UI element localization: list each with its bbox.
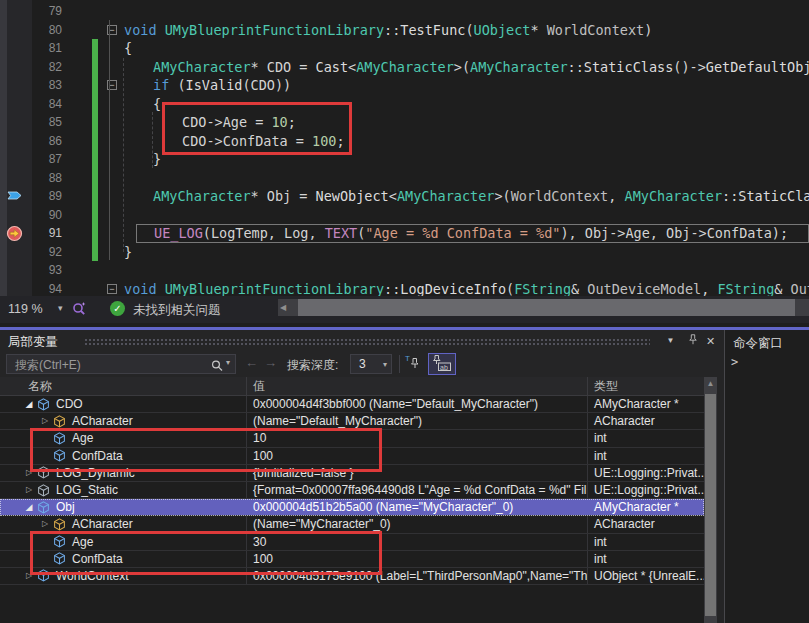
variable-value[interactable]: 100 [247, 448, 588, 464]
code-line-88[interactable]: 88 [0, 169, 809, 188]
table-row-confdata[interactable]: ConfData100int [0, 551, 704, 568]
collapse-region-icon[interactable]: − [107, 25, 117, 35]
code-text[interactable]: } [122, 150, 809, 169]
svg-text:ab: ab [440, 364, 448, 371]
check-circle-icon: ✓ [110, 301, 125, 316]
code-text[interactable]: { [122, 95, 809, 114]
code-text[interactable] [122, 169, 809, 188]
code-line-89[interactable]: 89AMyCharacter* Obj = NewObject<AMyChara… [0, 187, 809, 206]
health-indicator-icon[interactable] [72, 301, 87, 321]
expander-icon[interactable]: ▷ [22, 482, 36, 498]
scroll-up-icon[interactable]: ▲ [704, 379, 717, 388]
variable-value[interactable]: 100 [247, 551, 588, 567]
pin-value-with-name-button[interactable]: ab [428, 353, 456, 375]
command-window[interactable]: 命令窗口 > [725, 330, 809, 623]
code-line-90[interactable]: 90 [0, 206, 809, 225]
code-text[interactable] [122, 2, 809, 21]
code-editor[interactable]: 7980−void UMyBlueprintFunctionLibrary::T… [0, 0, 809, 296]
code-text[interactable]: { [122, 39, 809, 58]
vertical-scrollbar[interactable]: ▲ [704, 377, 717, 623]
horizontal-scrollbar-thumb[interactable] [298, 299, 795, 316]
code-line-79[interactable]: 79 [0, 2, 809, 21]
horizontal-scrollbar[interactable]: ◀ [278, 299, 809, 316]
expander-icon[interactable]: ◢ [22, 499, 36, 515]
code-text[interactable]: CDO->Age = 10; [122, 113, 809, 132]
code-text[interactable]: } [122, 243, 809, 262]
code-text[interactable]: AMyCharacter* Obj = NewObject<AMyCharact… [122, 187, 809, 206]
code-text[interactable]: AMyCharacter* CDO = Cast<AMyCharacter>(A… [122, 58, 809, 77]
variable-value[interactable]: 0x000004d5175e9100 (Label=L"ThirdPersonM… [247, 568, 588, 584]
code-line-92[interactable]: 92} [0, 243, 809, 262]
code-line-91[interactable]: 91UE_LOG(LogTemp, Log, TEXT("Age = %d Co… [0, 224, 809, 243]
code-text[interactable]: void UMyBlueprintFunctionLibrary::LogDev… [122, 280, 809, 297]
code-line-86[interactable]: 86CDO->ConfData = 100; [0, 132, 809, 151]
search-back-icon[interactable]: ← [245, 355, 258, 370]
search-options-chevron-icon[interactable]: ▾ [226, 358, 230, 367]
pin-icon[interactable] [684, 333, 701, 349]
code-text[interactable]: UE_LOG(LogTemp, Log, TEXT("Age = %d Conf… [136, 224, 809, 243]
table-row-cdo[interactable]: ◢CDO0x000004d4f3bbf000 (Name="Default_My… [0, 396, 704, 413]
table-row-acharacter[interactable]: ▷ACharacter(Name="MyCharacter"_0)ACharac… [0, 516, 704, 533]
search-forward-icon[interactable]: → [264, 355, 277, 370]
collapse-region-icon[interactable]: − [107, 284, 117, 294]
expander-icon[interactable]: ▷ [38, 413, 52, 429]
search-icon[interactable] [211, 358, 223, 376]
collapse-region-icon[interactable]: − [107, 80, 117, 90]
code-line-80[interactable]: 80−void UMyBlueprintFunctionLibrary::Tes… [0, 21, 809, 40]
table-row-log_dynamic[interactable]: ▷LOG_Dynamic{bInitialized=false }UE::Log… [0, 465, 704, 482]
expander-icon[interactable]: ▷ [38, 516, 52, 532]
expander-icon[interactable]: ▷ [22, 465, 36, 481]
zoom-level-select[interactable]: 119 % [8, 302, 43, 316]
table-row-age[interactable]: Age30int [0, 534, 704, 551]
command-prompt[interactable]: > [731, 355, 738, 369]
code-text[interactable]: void UMyBlueprintFunctionLibrary::TestFu… [122, 21, 809, 40]
table-row-log_static[interactable]: ▷LOG_Static{Format=0x00007ffa964490d8 L"… [0, 482, 704, 499]
search-input[interactable] [13, 356, 207, 374]
column-header-type[interactable]: 类型 [588, 377, 704, 395]
variable-value[interactable]: 0x000004d51b2b5a00 (Name="MyCharacter"_0… [247, 499, 588, 515]
expander-icon[interactable]: ▷ [22, 568, 36, 584]
drag-handle[interactable] [84, 338, 650, 345]
expander-icon[interactable]: ◢ [22, 396, 36, 412]
variable-value[interactable]: 0x000004d4f3bbf000 (Name="Default_MyChar… [247, 396, 588, 412]
table-row-obj[interactable]: ◢Obj0x000004d51b2b5a00 (Name="MyCharacte… [0, 499, 704, 516]
code-line-85[interactable]: 85CDO->Age = 10; [0, 113, 809, 132]
column-header-name[interactable]: 名称 [0, 377, 247, 395]
locals-table-header[interactable]: 名称 值 类型 [0, 377, 704, 396]
code-line-82[interactable]: 82AMyCharacter* CDO = Cast<AMyCharacter>… [0, 58, 809, 77]
line-number: 90 [32, 208, 66, 222]
bookmark-icon[interactable] [0, 187, 32, 206]
code-text[interactable] [122, 206, 809, 225]
code-line-84[interactable]: 84{ [0, 95, 809, 114]
search-depth-select[interactable]: 3 ▾ [350, 354, 392, 374]
code-line-87[interactable]: 87} [0, 150, 809, 169]
code-line-81[interactable]: 81{ [0, 39, 809, 58]
chevron-down-icon[interactable]: ▾ [58, 303, 63, 313]
pin-to-source-button[interactable]: T [404, 353, 428, 375]
table-row-acharacter[interactable]: ▷ACharacter(Name="Default_MyCharacter")A… [0, 413, 704, 430]
variable-value[interactable]: {bInitialized=false } [247, 465, 588, 481]
variable-value[interactable]: 10 [247, 430, 588, 446]
code-line-94[interactable]: 94−void UMyBlueprintFunctionLibrary::Log… [0, 280, 809, 297]
chevron-down-icon[interactable]: ▾ [383, 360, 387, 369]
variable-value[interactable]: {Format=0x00007ffa964490d8 L"Age = %d Co… [247, 482, 588, 498]
variable-value[interactable]: (Name="Default_MyCharacter") [247, 413, 588, 429]
locals-title-bar[interactable]: 局部变量 ▼ ✕ [0, 330, 717, 352]
vertical-scrollbar-thumb[interactable] [705, 394, 716, 616]
search-box[interactable]: ▾ [6, 354, 236, 374]
column-header-value[interactable]: 值 [247, 377, 588, 395]
code-line-83[interactable]: 83−if (IsValid(CDO)) [0, 76, 809, 95]
variable-value[interactable]: (Name="MyCharacter"_0) [247, 516, 588, 532]
scroll-left-icon[interactable]: ◀ [280, 303, 286, 312]
table-row-confdata[interactable]: ConfData100int [0, 448, 704, 465]
code-lines: 7980−void UMyBlueprintFunctionLibrary::T… [0, 2, 809, 296]
code-text[interactable]: if (IsValid(CDO)) [122, 76, 809, 95]
breakpoint-current-statement-icon[interactable] [0, 224, 32, 243]
variable-value[interactable]: 30 [247, 534, 588, 550]
code-text[interactable] [122, 261, 809, 280]
code-text[interactable]: CDO->ConfData = 100; [122, 132, 809, 151]
table-row-age[interactable]: Age10int [0, 430, 704, 447]
window-position-chevron-icon[interactable]: ▼ [662, 333, 679, 349]
table-row-worldcontext[interactable]: ▷WorldContext0x000004d5175e9100 (Label=L… [0, 568, 704, 585]
code-line-93[interactable]: 93 [0, 261, 809, 280]
